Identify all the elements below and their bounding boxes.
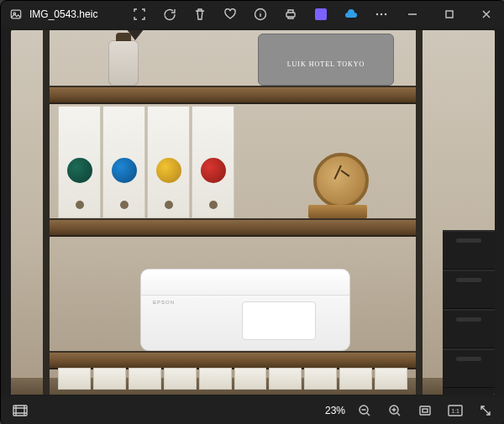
svg-rect-11 — [420, 406, 430, 415]
bottom-binders — [58, 368, 407, 390]
fullscreen-icon[interactable] — [475, 400, 496, 421]
zoom-level-label: 23% — [325, 405, 345, 416]
title-bar: IMG_0543.heic — [1, 1, 504, 28]
clipchamp-icon[interactable] — [313, 7, 328, 22]
svg-rect-0 — [11, 10, 20, 18]
cloud-icon[interactable] — [344, 7, 359, 22]
fit-screen-icon[interactable] — [414, 400, 436, 421]
svg-point-5 — [381, 13, 382, 15]
printer-brand-label: EPSON — [153, 300, 175, 305]
svg-rect-3 — [286, 13, 295, 17]
zoom-in-icon[interactable] — [384, 400, 406, 421]
shelving-unit: LUIK HOTEL TOKYO EPSON — [43, 30, 423, 395]
actual-size-icon[interactable]: 1:1 — [444, 400, 466, 421]
svg-rect-12 — [423, 409, 428, 412]
coffee-dripper — [123, 30, 147, 40]
photos-app-icon — [9, 8, 23, 21]
svg-text:1:1: 1:1 — [451, 408, 459, 414]
print-icon[interactable] — [283, 7, 298, 22]
svg-rect-7 — [446, 11, 453, 18]
printer: EPSON — [140, 269, 350, 351]
glass-jar — [108, 40, 139, 86]
title-left: IMG_0543.heic — [1, 8, 127, 21]
more-icon[interactable] — [374, 7, 389, 22]
photo-content: LUIK HOTEL TOKYO EPSON — [11, 30, 495, 395]
black-drawer-cabinet — [443, 230, 495, 395]
focus-frame-icon[interactable] — [132, 7, 147, 22]
file-name: IMG_0543.heic — [29, 8, 97, 20]
heart-icon[interactable] — [223, 7, 238, 22]
info-icon[interactable] — [253, 7, 268, 22]
svg-point-4 — [376, 13, 378, 15]
file-binders — [58, 106, 234, 218]
trash-icon[interactable] — [192, 7, 207, 22]
close-button[interactable] — [468, 1, 504, 28]
zoom-controls: 23% 1:1 — [325, 400, 496, 421]
storage-box: LUIK HOTEL TOKYO — [258, 34, 394, 86]
window-controls — [394, 1, 504, 28]
svg-point-6 — [385, 13, 386, 15]
zoom-out-icon[interactable] — [354, 400, 375, 421]
storage-box-label: LUIK HOTEL TOKYO — [259, 53, 393, 78]
rotate-icon[interactable] — [162, 7, 177, 22]
filmstrip-icon[interactable] — [9, 400, 31, 421]
bottom-bar: 23% 1:1 — [1, 396, 504, 424]
title-toolbar — [127, 7, 394, 22]
maximize-button[interactable] — [431, 1, 468, 28]
minimize-button[interactable] — [394, 1, 431, 28]
image-viewport[interactable]: LUIK HOTEL TOKYO EPSON — [1, 28, 504, 396]
photos-viewer-window: IMG_0543.heic — [0, 0, 504, 424]
wooden-clock — [308, 178, 367, 218]
